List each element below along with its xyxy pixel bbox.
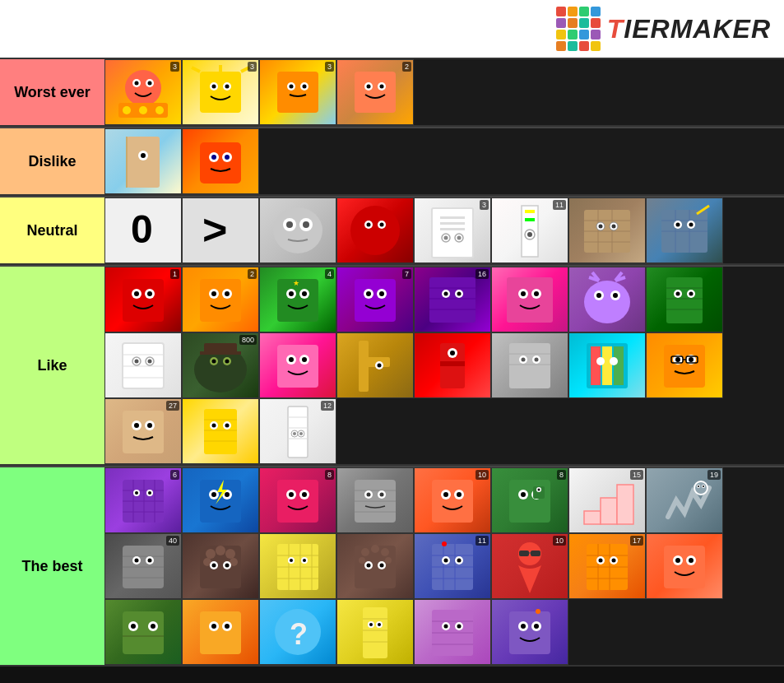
svg-point-0 [125,70,161,106]
svg-rect-305 [531,551,540,556]
list-item[interactable]: 0 [104,197,182,263]
svg-point-7 [139,106,147,114]
svg-point-281 [303,559,306,562]
svg-point-114 [534,291,539,296]
svg-rect-110 [507,277,553,323]
svg-point-119 [613,293,618,298]
svg-point-46 [367,223,371,227]
list-item[interactable] [646,267,723,332]
list-item[interactable]: 2 [336,59,414,125]
list-item[interactable] [182,128,259,194]
svg-point-12 [212,85,216,89]
svg-point-108 [444,292,448,296]
svg-point-354 [521,624,526,629]
logo-cell [568,41,578,51]
list-item[interactable] [336,467,414,533]
list-item[interactable]: 17 [568,533,646,599]
svg-point-55 [457,236,462,240]
svg-point-251 [698,486,699,487]
svg-point-131 [689,292,694,296]
svg-rect-49 [440,216,465,219]
svg-point-26 [380,85,384,89]
list-item[interactable] [259,533,336,599]
list-item[interactable] [336,599,414,665]
list-item[interactable] [104,128,182,194]
list-item[interactable]: 10 [414,467,491,533]
logo-cell [568,7,578,16]
list-item[interactable] [646,332,723,398]
list-item[interactable] [491,267,568,332]
list-item[interactable] [259,332,336,398]
list-item[interactable] [336,197,414,263]
list-item[interactable] [491,332,568,398]
svg-text:?: ? [290,617,308,651]
svg-text:0: 0 [131,207,153,251]
list-item[interactable]: 3 [182,59,259,125]
list-item[interactable]: 12 [259,398,336,464]
svg-rect-304 [519,551,529,556]
svg-point-262 [206,549,216,559]
tier-label-neutral: Neutral [0,197,104,263]
list-item[interactable]: 3 [259,59,336,125]
svg-point-280 [290,559,293,562]
list-item[interactable]: 16 [414,267,491,332]
list-item[interactable] [182,398,259,464]
svg-point-259 [135,559,139,563]
svg-rect-31 [200,142,241,184]
list-item[interactable]: ★ 4 [259,267,336,332]
list-item[interactable]: 6 [104,467,182,533]
logo-text: TiERMAKER [607,14,771,44]
svg-point-283 [361,548,369,556]
list-item[interactable] [568,267,646,332]
svg-rect-322 [123,611,164,654]
list-item[interactable]: 11 [414,533,491,599]
list-item[interactable]: 19 [646,467,723,533]
svg-point-291 [380,564,384,568]
list-item[interactable]: 3 [414,197,491,263]
svg-point-165 [522,358,526,362]
list-item[interactable]: 11 [491,197,568,263]
tier-label-dislike: Dislike [0,128,104,194]
app-container: TiERMAKER Worst ever [0,0,784,667]
list-item[interactable] [491,599,568,665]
list-item[interactable] [259,197,336,263]
list-item[interactable] [182,533,259,599]
list-item[interactable]: 8 [491,467,568,533]
list-item[interactable]: 1 [104,267,182,332]
list-item[interactable] [336,533,414,599]
list-item[interactable]: 15 [568,467,646,533]
list-item[interactable] [414,599,491,665]
list-item[interactable] [182,467,259,533]
list-item[interactable] [646,197,723,263]
list-item[interactable] [568,197,646,263]
logo-cell [591,30,601,39]
tier-row-neutral: Neutral 0 > [0,196,784,265]
list-item[interactable] [646,533,723,599]
list-item[interactable]: 2 [182,267,259,332]
list-item[interactable]: 27 [104,398,182,464]
list-item[interactable] [104,332,182,398]
tier-content-best: 6 [104,467,784,665]
list-item[interactable] [414,332,491,398]
list-item[interactable]: > [182,197,259,263]
svg-point-78 [676,223,680,227]
list-item[interactable]: 3 [104,59,182,125]
list-item[interactable]: ? [259,599,336,665]
svg-point-139 [148,360,152,364]
list-item[interactable]: 40 [104,533,182,599]
svg-point-159 [450,351,455,355]
svg-point-342 [378,623,381,626]
svg-point-13 [225,85,230,89]
svg-point-321 [689,558,694,563]
list-item[interactable]: 800 [182,332,259,398]
list-item[interactable]: 7 [336,267,414,332]
svg-point-201 [299,432,303,435]
list-item[interactable]: 10 [491,533,568,599]
list-item[interactable]: 8 [259,467,336,533]
svg-point-54 [444,236,448,240]
svg-point-193 [225,424,230,428]
list-item[interactable] [336,332,414,398]
list-item[interactable] [182,599,259,665]
list-item[interactable] [104,599,182,665]
list-item[interactable] [568,332,646,398]
